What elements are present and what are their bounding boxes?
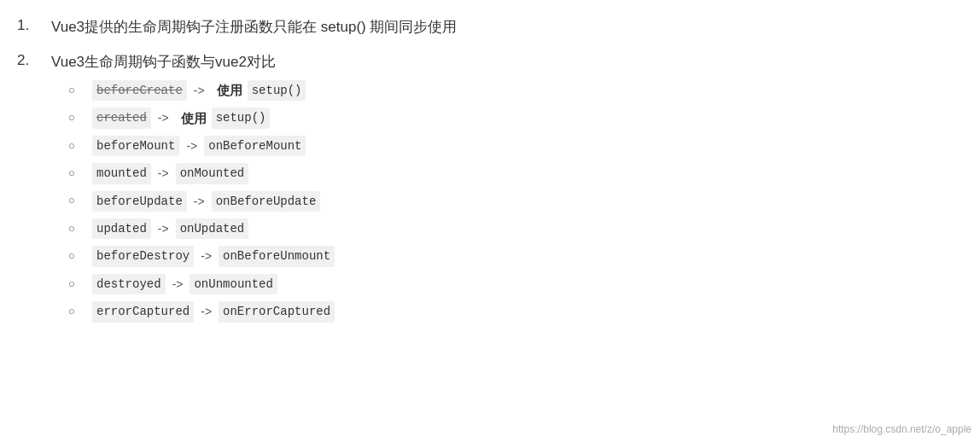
arrow-3: -> xyxy=(186,137,197,155)
watermark: https://blog.csdn.net/z/o_apple xyxy=(832,423,971,435)
code-errorCaptured: errorCaptured xyxy=(92,301,194,322)
use-label-1: 使用 xyxy=(217,80,242,101)
arrow-6: -> xyxy=(158,219,169,238)
code-onBeforeUnmount: onBeforeUnmount xyxy=(219,246,335,266)
list-item-destroyed: destroyed -> onUnmounted xyxy=(68,274,335,294)
code-onMounted: onMounted xyxy=(176,163,249,183)
code-beforeMount: beforeMount xyxy=(92,136,179,156)
list-item-beforeDestroy: beforeDestroy -> onBeforeUnmount xyxy=(68,246,335,266)
code-created: created xyxy=(92,108,151,128)
code-onUnmounted: onUnmounted xyxy=(190,274,277,294)
code-onBeforeUpdate: onBeforeUpdate xyxy=(212,191,321,212)
arrow-2: -> xyxy=(158,108,169,127)
list-item-errorCaptured: errorCaptured -> onErrorCaptured xyxy=(68,301,335,322)
code-beforeCreate: beforeCreate xyxy=(92,80,187,101)
arrow-5: -> xyxy=(194,192,205,211)
code-destroyed: destroyed xyxy=(92,274,166,294)
main-item-2: Vue3生命周期钩子函数与vue2对比 beforeCreate -> 使用 s… xyxy=(17,52,954,329)
arrow-1: -> xyxy=(194,81,205,100)
arrow-4: -> xyxy=(158,164,169,183)
list-item-beforeUpdate: beforeUpdate -> onBeforeUpdate xyxy=(68,191,335,212)
list-item-created: created -> 使用 setup() xyxy=(68,108,335,128)
main-item-1: Vue3提供的生命周期钩子注册函数只能在 setup() 期间同步使用 xyxy=(17,17,954,37)
code-beforeDestroy: beforeDestroy xyxy=(92,246,194,266)
code-onBeforeMount: onBeforeMount xyxy=(204,136,306,156)
sub-list: beforeCreate -> 使用 setup() created -> 使用… xyxy=(68,80,335,323)
code-setup-2: setup() xyxy=(212,108,271,128)
list-item-beforeMount: beforeMount -> onBeforeMount xyxy=(68,136,335,156)
code-beforeUpdate: beforeUpdate xyxy=(92,191,187,212)
use-label-2: 使用 xyxy=(181,108,207,129)
arrow-7: -> xyxy=(201,247,212,265)
list-item-mounted: mounted -> onMounted xyxy=(68,163,335,183)
code-mounted: mounted xyxy=(92,163,151,183)
code-updated: updated xyxy=(92,218,151,239)
code-setup-1: setup() xyxy=(248,80,306,101)
list-item-updated: updated -> onUpdated xyxy=(68,218,335,239)
main-item-1-text: Vue3提供的生命周期钩子注册函数只能在 setup() 期间同步使用 xyxy=(51,17,457,37)
arrow-9: -> xyxy=(201,302,212,321)
code-onUpdated: onUpdated xyxy=(176,218,249,239)
main-list: Vue3提供的生命周期钩子注册函数只能在 setup() 期间同步使用 Vue3… xyxy=(17,17,954,329)
list-item-beforeCreate: beforeCreate -> 使用 setup() xyxy=(68,80,335,101)
main-item-2-text: Vue3生命周期钩子函数与vue2对比 xyxy=(51,54,276,70)
code-onErrorCaptured: onErrorCaptured xyxy=(219,301,335,322)
arrow-8: -> xyxy=(172,275,184,294)
